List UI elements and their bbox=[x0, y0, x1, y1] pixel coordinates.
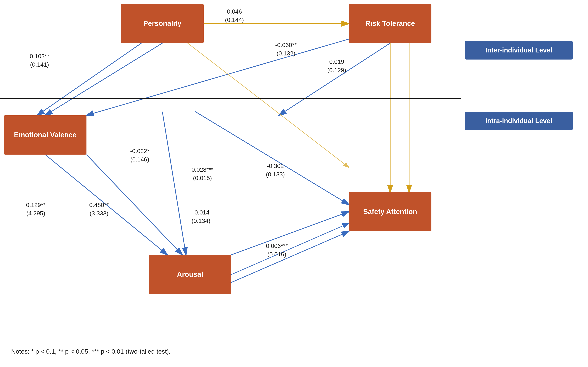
intra-individual-level-label: Intra-individual Level bbox=[465, 112, 573, 130]
node-personality: Personality bbox=[121, 4, 204, 43]
edge-label-risk-safety-direct: 0.019 (0.129) bbox=[327, 58, 346, 75]
inter-individual-level-label: Inter-individual Level bbox=[465, 41, 573, 59]
edge-label-arousal-safety-top: 0.028*** (0.015) bbox=[191, 166, 213, 182]
svg-line-11 bbox=[231, 212, 349, 255]
diagram-container: Personality Risk Tolerance Emotional Val… bbox=[0, 0, 588, 367]
node-safety-attention: Safety Attention bbox=[349, 192, 431, 231]
svg-line-7 bbox=[195, 112, 349, 205]
node-emotional-valence: Emotional Valence bbox=[4, 115, 86, 155]
node-risk-tolerance: Risk Tolerance bbox=[349, 4, 431, 43]
edge-label-personality-ev: 0.103** (0.141) bbox=[30, 52, 49, 69]
edge-label-ev-arousal-right: 0.480** (3.333) bbox=[89, 201, 109, 218]
edge-label-risk-cross: -0.060** (0.132) bbox=[275, 41, 297, 58]
edge-label-arousal-safety-bottom2: 0.006*** (0.016) bbox=[266, 242, 288, 259]
edge-label-personality-safety-cross: -0.302 (0.133) bbox=[266, 162, 285, 179]
edge-label-personality-risk: 0.046 (0.144) bbox=[225, 8, 244, 24]
svg-line-14 bbox=[162, 24, 349, 167]
edge-label-arousal-safety-bottom: -0.014 (0.134) bbox=[191, 208, 210, 225]
divider-line bbox=[0, 98, 461, 99]
svg-line-16 bbox=[86, 39, 349, 115]
svg-line-15 bbox=[37, 43, 141, 115]
edge-label-ev-arousal-left: 0.129** (4.295) bbox=[26, 201, 46, 218]
svg-line-3 bbox=[45, 43, 162, 115]
node-arousal: Arousal bbox=[149, 255, 231, 294]
svg-line-8 bbox=[162, 112, 186, 255]
edge-label-personality-arousal: -0.032* (0.146) bbox=[130, 147, 149, 164]
notes: Notes: * p < 0.1, ** p < 0.05, *** p < 0… bbox=[11, 348, 171, 355]
svg-line-17 bbox=[231, 223, 349, 275]
